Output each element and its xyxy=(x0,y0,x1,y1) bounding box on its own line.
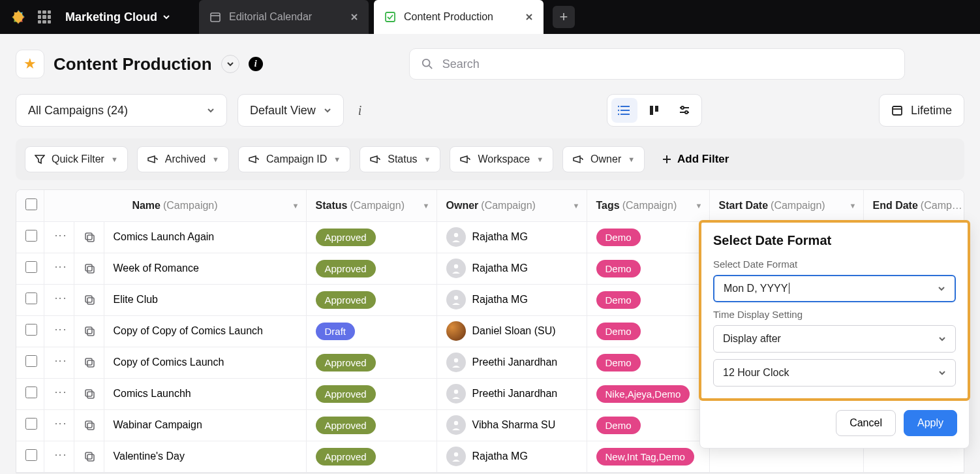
date-format-modal: Select Date Format Select Date Format Mo… xyxy=(699,221,970,449)
apps-grid-icon[interactable] xyxy=(38,10,51,24)
row-actions[interactable]: ⋮ xyxy=(44,409,74,441)
cell-status: Approved xyxy=(306,221,436,253)
column-header-name[interactable]: Name(Campaign) ▼ xyxy=(44,190,306,221)
calendar-icon xyxy=(891,104,903,116)
view-dropdown[interactable]: Default View xyxy=(237,94,344,127)
avatar xyxy=(446,227,466,247)
tab-label: Content Production xyxy=(404,11,493,23)
list-icon xyxy=(618,104,631,116)
board-view-button[interactable] xyxy=(641,98,667,123)
info-icon[interactable]: i xyxy=(358,103,362,118)
cell-name: Comics Launchh xyxy=(104,378,306,409)
svg-rect-14 xyxy=(85,264,92,271)
app-logo xyxy=(9,8,27,26)
row-link-icon[interactable] xyxy=(74,221,104,253)
row-checkbox[interactable] xyxy=(16,315,44,347)
cell-status: Approved xyxy=(306,441,436,472)
column-header-owner[interactable]: Owner(Campaign) ▼ xyxy=(436,190,587,221)
row-checkbox[interactable] xyxy=(16,347,44,378)
new-tab-button[interactable]: + xyxy=(553,6,575,28)
column-header-start-date[interactable]: Start Date(Campaign) ▼ xyxy=(709,190,863,221)
cell-tags: Demo xyxy=(587,409,709,441)
view-dropdown-label: Default View xyxy=(250,104,316,118)
add-filter-button[interactable]: Add Filter xyxy=(655,153,735,166)
row-actions[interactable]: ⋮ xyxy=(44,253,74,284)
avatar xyxy=(446,384,466,403)
svg-rect-18 xyxy=(87,298,94,304)
campaigns-dropdown[interactable]: All Campaigns (24) xyxy=(16,94,227,127)
info-icon[interactable]: i xyxy=(249,57,263,71)
table-header-row: Name(Campaign) ▼ Status(Campaign) ▼ Owne… xyxy=(16,190,964,221)
view-mode-group xyxy=(607,94,702,127)
tab-label: Editorial Calendar xyxy=(229,11,312,23)
chevron-down-icon: ▼ xyxy=(628,155,635,163)
chevron-down-icon xyxy=(938,335,946,343)
row-actions[interactable]: ⋮ xyxy=(44,315,74,347)
chevron-down-icon: ▼ xyxy=(423,202,430,210)
row-actions[interactable]: ⋮ xyxy=(44,378,74,409)
chevron-down-icon: ▼ xyxy=(212,155,219,163)
workspace-filter[interactable]: Workspace ▼ xyxy=(450,146,553,172)
row-checkbox[interactable] xyxy=(16,284,44,315)
time-display-select[interactable]: Display after xyxy=(713,325,956,353)
cancel-button[interactable]: Cancel xyxy=(836,410,896,436)
row-actions[interactable]: ⋮ xyxy=(44,441,74,472)
chevron-down-icon xyxy=(162,13,170,21)
tab-strip: Editorial Calendar Content Production + xyxy=(199,0,575,34)
avatar xyxy=(446,447,466,466)
time-display-value: Display after xyxy=(723,333,781,345)
owner-filter[interactable]: Owner ▼ xyxy=(562,146,645,172)
filter-label: Workspace xyxy=(478,153,530,165)
row-link-icon[interactable] xyxy=(74,347,104,378)
tab-editorial-calendar[interactable]: Editorial Calendar xyxy=(199,0,369,34)
row-checkbox[interactable] xyxy=(16,221,44,253)
archived-filter[interactable]: Archived ▼ xyxy=(137,146,229,172)
close-icon[interactable] xyxy=(350,13,358,21)
tab-content-production[interactable]: Content Production xyxy=(374,0,544,34)
plus-icon xyxy=(662,154,672,165)
svg-rect-11 xyxy=(85,233,92,240)
column-header-end-date[interactable]: End Date(Camp… ▼ xyxy=(863,190,964,221)
megaphone-icon xyxy=(147,155,159,164)
campaigns-dropdown-label: All Campaigns (24) xyxy=(28,104,128,118)
chevron-down-icon: ▼ xyxy=(333,155,341,163)
page-menu-dropdown[interactable] xyxy=(221,55,239,73)
settings-view-button[interactable] xyxy=(671,98,697,123)
date-format-select[interactable]: Mon D, YYYY xyxy=(713,275,956,302)
row-checkbox[interactable] xyxy=(16,253,44,284)
row-actions[interactable]: ⋮ xyxy=(44,221,74,253)
cell-tags: Demo xyxy=(587,315,709,347)
svg-rect-23 xyxy=(87,360,94,367)
close-icon[interactable] xyxy=(525,13,533,21)
apply-button[interactable]: Apply xyxy=(904,410,957,436)
row-checkbox[interactable] xyxy=(16,378,44,409)
row-actions[interactable]: ⋮ xyxy=(44,347,74,378)
quick-filter-button[interactable]: Quick Filter ▼ xyxy=(25,146,128,172)
search-input[interactable]: Search xyxy=(409,48,905,80)
svg-point-24 xyxy=(453,358,457,362)
row-link-icon[interactable] xyxy=(74,441,104,472)
cell-owner: Daniel Sloan (SU) xyxy=(436,315,587,347)
date-range-label: Lifetime xyxy=(911,104,952,118)
row-actions[interactable]: ⋮ xyxy=(44,284,74,315)
favorite-toggle[interactable]: ★ xyxy=(16,50,44,78)
board-icon xyxy=(649,104,660,116)
chevron-down-icon: ▼ xyxy=(573,202,580,210)
date-range-button[interactable]: Lifetime xyxy=(879,94,964,127)
list-view-button[interactable] xyxy=(611,98,637,123)
campaign-id-filter[interactable]: Campaign ID ▼ xyxy=(238,146,350,172)
row-link-icon[interactable] xyxy=(74,315,104,347)
row-link-icon[interactable] xyxy=(74,284,104,315)
workspace-dropdown[interactable]: Marketing Cloud xyxy=(65,10,170,24)
row-checkbox[interactable] xyxy=(16,441,44,472)
column-header-tags[interactable]: Tags(Campaign) ▼ xyxy=(587,190,709,221)
clock-format-select[interactable]: 12 Hour Clock xyxy=(713,359,956,387)
column-header-status[interactable]: Status(Campaign) ▼ xyxy=(306,190,436,221)
status-filter[interactable]: Status ▼ xyxy=(360,146,440,172)
filter-label: Status xyxy=(388,153,417,165)
row-checkbox[interactable] xyxy=(16,409,44,441)
select-all-checkbox[interactable] xyxy=(16,190,44,221)
row-link-icon[interactable] xyxy=(74,378,104,409)
row-link-icon[interactable] xyxy=(74,409,104,441)
row-link-icon[interactable] xyxy=(74,253,104,284)
